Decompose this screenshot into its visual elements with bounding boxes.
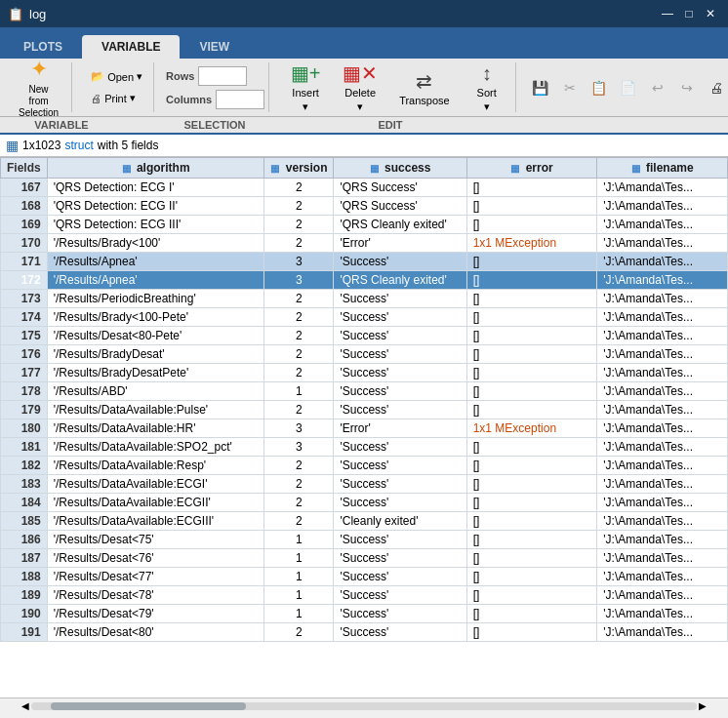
info-struct-link[interactable]: struct [64,139,93,152]
row-success: 'Success' [334,549,466,568]
row-algorithm: '/Results/Brady<100-Pete' [47,308,264,327]
row-filename: 'J:\Amanda\Tes... [597,586,728,605]
col-header-filename[interactable]: ▦ filename [597,158,728,179]
table-row[interactable]: 187'/Results/Desat<76'1'Success'[]'J:\Am… [1,549,728,568]
print-label: Print [104,93,127,104]
row-success: 'Success' [334,364,466,382]
row-version: 2 [264,457,334,475]
row-filename: 'J:\Amanda\Tes... [597,568,728,586]
filename-col-icon: ▦ [631,163,640,174]
undo-icon-button[interactable]: ↩ [645,75,670,100]
row-error: 1x1 MException [466,419,597,438]
insert-button[interactable]: ▦+ Insert ▾ [281,57,330,118]
row-algorithm: '/Results/Desat<75' [47,531,264,549]
copy-icon-button[interactable]: 📋 [586,75,612,100]
scroll-right-button[interactable]: ▶ [697,700,708,711]
row-success: 'Cleanly exited' [334,512,466,531]
scroll-left-button[interactable]: ◀ [20,700,31,711]
table-row[interactable]: 168'QRS Detection: ECG II'2'QRS Success'… [1,197,728,216]
scroll-track[interactable] [31,702,697,710]
row-num: 173 [1,290,48,308]
table-row[interactable]: 177'/Results/BradyDesatPete'2'Success'[]… [1,364,728,382]
table-row[interactable]: 189'/Results/Desat<78'1'Success'[]'J:\Am… [1,586,728,605]
redo-icon-button[interactable]: ↪ [674,75,700,100]
columns-label: Columns [166,94,212,105]
row-version: 2 [264,290,334,308]
columns-input[interactable] [216,90,264,109]
table-row[interactable]: 174'/Results/Brady<100-Pete'2'Success'[]… [1,308,728,327]
row-algorithm: '/Results/ABD' [47,382,264,401]
print-button[interactable]: 🖨 Print ▾ [84,89,149,107]
table-row[interactable]: 178'/Results/ABD'1'Success'[]'J:\Amanda\… [1,382,728,401]
table-row[interactable]: 175'/Results/Desat<80-Pete'2'Success'[]'… [1,327,728,345]
row-algorithm: '/Results/Desat<79' [47,605,264,623]
col-header-success[interactable]: ▦ success [334,158,466,179]
rows-input[interactable] [198,66,247,86]
open-label: Open [107,71,134,83]
table-body: 167'QRS Detection: ECG I'2'QRS Success'[… [1,179,728,642]
table-row[interactable]: 169'QRS Detection: ECG III'2'QRS Cleanly… [1,216,728,234]
close-button[interactable]: ✕ [701,4,720,23]
row-success: 'Success' [334,475,466,494]
table-row[interactable]: 170'/Results/Brady<100'2'Error'1x1 MExce… [1,234,728,253]
row-error: [] [466,253,597,271]
col-header-algorithm[interactable]: ▦ algorithm [47,158,264,179]
col-header-error[interactable]: ▦ error [466,158,597,179]
row-algorithm: '/Results/DataAvailable:HR' [47,419,264,438]
transpose-button[interactable]: ⇄ Transpose [390,64,459,111]
table-row[interactable]: 176'/Results/BradyDesat'2'Success'[]'J:\… [1,345,728,364]
cut-icon-button[interactable]: ✂ [557,75,583,100]
table-row[interactable]: 183'/Results/DataAvailable:ECGI'2'Succes… [1,475,728,494]
row-num: 191 [1,623,48,642]
table-row[interactable]: 181'/Results/DataAvailable:SPO2_pct'3'Su… [1,438,728,457]
minimize-button[interactable]: — [658,4,677,23]
table-row[interactable]: 190'/Results/Desat<79'1'Success'[]'J:\Am… [1,605,728,623]
row-version: 2 [264,401,334,419]
print-dropdown-icon: ▾ [130,92,136,104]
table-row[interactable]: 171'/Results/Apnea'3'Success'[]'J:\Amand… [1,253,728,271]
horizontal-scrollbar[interactable]: ◀ ▶ [0,698,728,713]
row-version: 1 [264,531,334,549]
table-container[interactable]: Fields ▦ algorithm ▦ version ▦ success ▦… [0,157,728,698]
version-col-icon: ▦ [270,163,279,174]
row-error: [] [466,586,597,605]
maximize-button[interactable]: □ [679,4,699,23]
table-row[interactable]: 173'/Results/PeriodicBreathing'2'Success… [1,290,728,308]
table-row[interactable]: 191'/Results/Desat<80'2'Success'[]'J:\Am… [1,623,728,642]
save-icon-button[interactable]: 💾 [528,75,553,100]
tab-view[interactable]: VIEW [180,35,249,59]
row-version: 2 [264,308,334,327]
table-row[interactable]: 186'/Results/Desat<75'1'Success'[]'J:\Am… [1,531,728,549]
col-header-version[interactable]: ▦ version [264,158,334,179]
delete-button[interactable]: ▦✕ Delete ▾ [334,57,386,118]
new-from-selection-button[interactable]: ✦ New from Selection [10,52,67,124]
section-labels: VARIABLE SELECTION EDIT [0,117,728,135]
open-button[interactable]: 📂 Open ▾ [84,67,149,86]
paste-icon-button[interactable]: 📄 [616,75,641,100]
row-num: 170 [1,234,48,253]
info-suffix: with 5 fields [98,139,159,152]
table-row[interactable]: 184'/Results/DataAvailable:ECGII'2'Succe… [1,494,728,512]
title-bar-controls: — □ ✕ [658,4,720,23]
row-num: 186 [1,531,48,549]
row-filename: 'J:\Amanda\Tes... [597,179,728,197]
table-row[interactable]: 182'/Results/DataAvailable:Resp'2'Succes… [1,457,728,475]
row-num: 185 [1,512,48,531]
scroll-thumb[interactable] [51,702,246,710]
table-row[interactable]: 185'/Results/DataAvailable:ECGIII'2'Clea… [1,512,728,531]
data-table: Fields ▦ algorithm ▦ version ▦ success ▦… [0,157,728,642]
table-row[interactable]: 172'/Results/Apnea'3'QRS Cleanly exited'… [1,271,728,290]
sort-button[interactable]: ↕ Sort ▾ [463,58,511,118]
row-algorithm: '/Results/Apnea' [47,271,264,290]
table-row[interactable]: 179'/Results/DataAvailable:Pulse'2'Succe… [1,401,728,419]
toolbar: ✦ New from Selection 📂 Open ▾ 🖨 Print ▾ … [0,59,728,117]
row-filename: 'J:\Amanda\Tes... [597,512,728,531]
table-row[interactable]: 188'/Results/Desat<77'1'Success'[]'J:\Am… [1,568,728,586]
table-row[interactable]: 180'/Results/DataAvailable:HR'3'Error'1x… [1,419,728,438]
print2-icon-button[interactable]: 🖨 [704,75,728,100]
row-num: 184 [1,494,48,512]
row-algorithm: '/Results/Desat<78' [47,586,264,605]
tab-variable[interactable]: VARIABLE [82,35,180,59]
table-row[interactable]: 167'QRS Detection: ECG I'2'QRS Success'[… [1,179,728,197]
row-error: [] [466,475,597,494]
